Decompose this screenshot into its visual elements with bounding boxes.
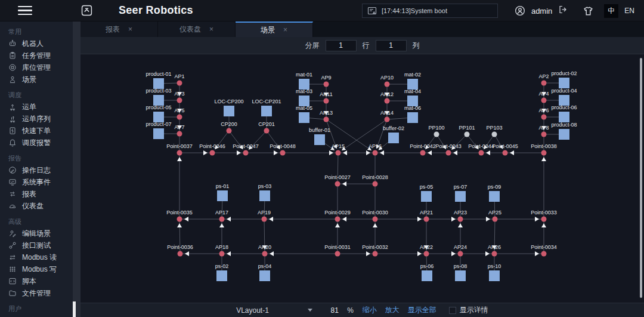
sidebar-item-api-test[interactable]: 接口测试: [0, 239, 73, 251]
point-node-Point-0029[interactable]: [335, 217, 340, 222]
sidebar-item-modbus-read[interactable]: Modbus 读: [0, 251, 73, 263]
sidebar-item-modbus-write[interactable]: Modbus 写: [0, 263, 73, 275]
sidebar-item-file[interactable]: 文件管理: [0, 287, 73, 299]
station-node-mat-05[interactable]: [299, 112, 309, 123]
sidebar-scrollbar[interactable]: [73, 21, 80, 317]
point-node-Point-0030[interactable]: [373, 217, 378, 222]
point-node-AP19[interactable]: [262, 217, 267, 222]
station-node-mat-06[interactable]: [407, 112, 418, 123]
sidebar-item-edit-scene[interactable]: 编辑场景: [0, 227, 73, 239]
sidebar-item-robot[interactable]: 机器人: [0, 38, 73, 50]
point-node-Point-0027[interactable]: [335, 181, 340, 187]
menu-icon[interactable]: [18, 6, 32, 15]
lang-en-button[interactable]: EN: [622, 5, 637, 17]
point-node-Point-0031[interactable]: [335, 251, 340, 257]
station-node-ps-05[interactable]: [421, 191, 432, 202]
station-node-product-07[interactable]: [153, 128, 164, 139]
sidebar-item-waybill-seq[interactable]: 运单序列: [0, 113, 73, 125]
point-node-Point-0048[interactable]: [280, 150, 286, 156]
point-node-AP18[interactable]: [219, 251, 225, 257]
point-node-Point-0046[interactable]: [210, 150, 215, 156]
close-icon[interactable]: ×: [283, 26, 287, 34]
point-node-Point-0047[interactable]: [243, 150, 249, 156]
lang-zh-button[interactable]: 中: [604, 4, 618, 18]
sidebar-item-alarm[interactable]: 调度报警: [0, 137, 73, 149]
point-node-AP1[interactable]: [177, 81, 182, 86]
point-node-AP21[interactable]: [424, 217, 429, 222]
point-node-AP17[interactable]: [219, 217, 225, 222]
system-message-box[interactable]: [17:44:13]System boot: [362, 4, 498, 18]
point-node-AP26[interactable]: [492, 251, 497, 257]
logout-icon[interactable]: [558, 5, 568, 17]
station-node-LOC-CP200[interactable]: [224, 106, 234, 116]
sidebar-scrollbar-thumb[interactable]: [73, 301, 76, 317]
zoom-value-input[interactable]: 81: [324, 306, 345, 315]
sidebar-item-scene[interactable]: 场景: [0, 73, 73, 85]
show-detail-checkbox[interactable]: [449, 307, 456, 314]
sidebar-item-event[interactable]: 系统事件: [0, 176, 73, 188]
layout-select[interactable]: VLayout-1: [236, 306, 312, 315]
close-icon[interactable]: ×: [128, 25, 132, 33]
close-icon[interactable]: ×: [209, 25, 213, 33]
station-node-ps-08[interactable]: [455, 270, 466, 281]
point-node-Point-0044[interactable]: [479, 150, 484, 156]
zoom-out-link[interactable]: 缩小: [363, 305, 377, 315]
point-node-AP13[interactable]: [324, 117, 329, 122]
point-node-Point-0042[interactable]: [420, 150, 426, 156]
point-node-AP10[interactable]: [385, 82, 390, 87]
station-node-ps-07[interactable]: [455, 191, 466, 202]
point-node-Point-0036[interactable]: [178, 251, 183, 257]
tab-报表[interactable]: 报表×: [80, 21, 158, 37]
split-rows-input[interactable]: [326, 40, 357, 51]
zoom-in-link[interactable]: 放大: [385, 305, 400, 315]
point-node-AP14[interactable]: [385, 117, 390, 122]
point-node-AP6[interactable]: [541, 115, 547, 120]
point-node-AP2[interactable]: [541, 81, 547, 86]
point-node-AP4[interactable]: [541, 98, 547, 103]
point-node-AP12[interactable]: [385, 99, 390, 104]
station-node-buffer-02[interactable]: [388, 133, 399, 143]
sidebar-item-quick-order[interactable]: 快速下单: [0, 125, 73, 137]
scene-canvas[interactable]: product-01product-03product-05product-07…: [80, 54, 644, 303]
point-node-AP16[interactable]: [373, 150, 378, 156]
point-node-PP100[interactable]: [434, 132, 439, 137]
point-node-AP8[interactable]: [541, 132, 547, 137]
point-node-Point-0037[interactable]: [177, 150, 182, 156]
point-node-Point-0033[interactable]: [541, 217, 547, 222]
sidebar-item-waybill[interactable]: 运单: [0, 101, 73, 113]
station-node-ps-04[interactable]: [259, 270, 270, 281]
point-node-Point-0038[interactable]: [541, 150, 547, 156]
station-node-product-02[interactable]: [559, 78, 569, 88]
split-cols-input[interactable]: [376, 40, 407, 51]
station-node-ps-09[interactable]: [489, 191, 500, 202]
point-node-PP101[interactable]: [465, 132, 470, 137]
point-node-CP200[interactable]: [227, 128, 232, 134]
show-all-link[interactable]: 显示全部: [408, 305, 436, 315]
point-node-AP24[interactable]: [458, 251, 463, 257]
station-node-buffer-01[interactable]: [314, 134, 325, 145]
theme-skin-icon[interactable]: [583, 6, 593, 16]
station-node-ps-06[interactable]: [422, 270, 432, 281]
point-node-AP7[interactable]: [177, 131, 182, 137]
station-node-LOC-CP201[interactable]: [261, 106, 272, 116]
point-node-AP20[interactable]: [262, 251, 268, 257]
tab-场景[interactable]: 场景×: [236, 21, 313, 37]
station-node-ps-10[interactable]: [489, 270, 500, 281]
station-node-ps-02[interactable]: [216, 270, 227, 281]
point-node-AP3[interactable]: [177, 98, 182, 103]
point-node-Point-0043[interactable]: [446, 150, 451, 156]
sidebar-item-script[interactable]: 脚本: [0, 275, 73, 287]
point-node-AP5[interactable]: [177, 115, 182, 120]
station-node-product-08[interactable]: [559, 129, 569, 140]
tab-仪表盘[interactable]: 仪表盘×: [158, 21, 236, 37]
point-node-AP22[interactable]: [424, 251, 429, 257]
point-node-AP23[interactable]: [458, 217, 463, 222]
point-node-AP9[interactable]: [324, 82, 329, 87]
point-node-Point-0028[interactable]: [373, 181, 378, 187]
sidebar-item-user[interactable]: 用户: [0, 315, 73, 317]
sidebar-item-report[interactable]: 报表: [0, 188, 73, 200]
point-node-AP15[interactable]: [336, 150, 341, 156]
point-node-Point-0032[interactable]: [373, 251, 378, 257]
collapse-panel-icon[interactable]: [81, 5, 92, 16]
point-node-AP11[interactable]: [324, 99, 329, 104]
